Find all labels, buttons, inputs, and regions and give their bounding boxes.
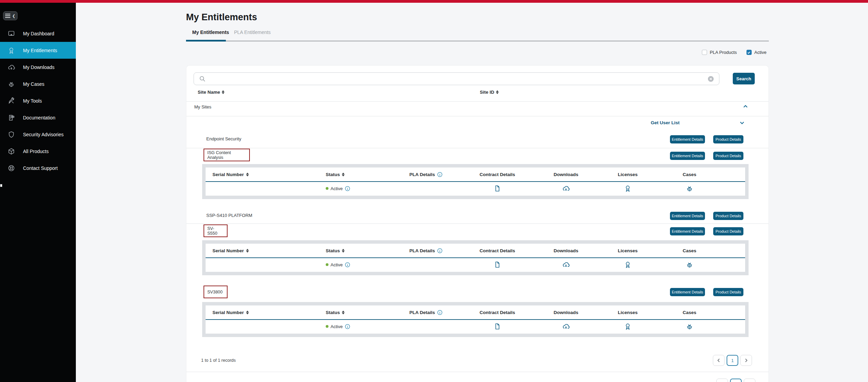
contract-details-icon[interactable]	[494, 261, 501, 268]
active-checkbox[interactable]	[747, 50, 752, 55]
entitlement-details-button[interactable]: Entitlement Details	[670, 152, 705, 160]
product-details-button[interactable]: Product Details	[713, 135, 743, 143]
pla-products-label: PLA Products	[710, 50, 737, 55]
downloads-icon[interactable]	[562, 261, 570, 268]
licenses-icon[interactable]	[624, 185, 632, 192]
sidebar-item-contact-support[interactable]: Contact Support	[0, 160, 76, 176]
serial-number-header[interactable]: Serial Number	[206, 248, 319, 253]
sort-icon	[246, 311, 249, 314]
sidebar-item-my-cases[interactable]: My Cases	[0, 76, 76, 92]
cases-icon[interactable]	[686, 323, 693, 330]
sidebar-item-label: My Cases	[23, 81, 44, 87]
pla-details-header: PLA Details	[391, 248, 461, 254]
cases-icon[interactable]	[686, 261, 693, 268]
product-details-button[interactable]: Product Details	[713, 227, 743, 235]
info-icon[interactable]	[345, 262, 350, 268]
cases-icon[interactable]	[686, 185, 693, 192]
info-icon[interactable]	[437, 172, 443, 177]
chevron-right-icon	[744, 358, 748, 362]
product-row-name: Endpoint Security	[206, 136, 241, 141]
status-active-dot	[326, 263, 328, 266]
licenses-icon[interactable]	[624, 261, 632, 268]
sidebar-item-label: My Dashboard	[23, 31, 54, 36]
entitlement-details-button[interactable]: Entitlement Details	[670, 212, 705, 220]
next-page-button-bottom[interactable]	[744, 379, 755, 382]
sidebar-item-my-dashboard[interactable]: My Dashboard	[0, 25, 76, 42]
sidebar-item-security-advisories[interactable]: Security Advisories	[0, 126, 76, 143]
status-header[interactable]: Status	[319, 172, 391, 177]
pla-products-checkbox[interactable]	[702, 50, 707, 55]
tools-icon	[8, 97, 15, 105]
chevron-left-icon	[717, 358, 721, 362]
sort-icon	[222, 90, 224, 94]
page-1-button[interactable]: 1	[727, 355, 738, 366]
search-button[interactable]: Search	[733, 73, 755, 84]
contract-details-header: Contract Details	[461, 248, 533, 253]
tab-my-entitlements[interactable]: My Entitlements	[192, 30, 229, 35]
bug-icon	[8, 80, 15, 88]
entitlement-details-button[interactable]: Entitlement Details	[670, 288, 705, 296]
sort-icon	[246, 249, 249, 253]
downloads-header: Downloads	[533, 172, 599, 177]
sort-icon	[246, 173, 249, 176]
divider	[186, 101, 768, 102]
contract-details-icon[interactable]	[494, 323, 501, 330]
sidebar-item-my-downloads[interactable]: My Downloads	[0, 59, 76, 76]
sidebar-collapse-button[interactable]: ❮	[3, 11, 18, 20]
licenses-icon[interactable]	[624, 323, 632, 330]
site-id-column-header[interactable]: Site ID	[480, 90, 499, 95]
cube-icon	[8, 148, 15, 155]
expand-chevron-down-icon[interactable]	[739, 120, 745, 126]
prev-page-button[interactable]	[713, 355, 725, 366]
next-page-button[interactable]	[740, 355, 752, 366]
info-icon[interactable]	[437, 310, 443, 315]
prev-page-button-bottom[interactable]	[716, 379, 728, 382]
my-sites-group-label: My Sites	[194, 104, 211, 109]
brand-top-bar	[0, 0, 868, 3]
contract-details-header: Contract Details	[461, 172, 533, 177]
cases-header: Cases	[657, 248, 722, 253]
product-details-button[interactable]: Product Details	[713, 212, 743, 220]
active-label: Active	[754, 50, 766, 55]
downloads-header: Downloads	[533, 248, 599, 253]
info-icon[interactable]	[345, 324, 350, 329]
sidebar-item-documentation[interactable]: Documentation	[0, 109, 76, 126]
sort-icon	[342, 311, 345, 314]
info-icon[interactable]	[437, 248, 443, 254]
status-header[interactable]: Status	[319, 248, 391, 253]
serial-row: Active	[206, 258, 745, 271]
serial-number-header[interactable]: Serial Number	[206, 172, 319, 177]
divider	[186, 372, 768, 372]
sort-icon	[496, 90, 499, 94]
clear-search-icon[interactable]	[707, 76, 714, 82]
sidebar-edge-handle[interactable]	[0, 184, 2, 187]
product-row-name-highlighted: ISG Content Analysis	[204, 149, 250, 161]
filter-row: PLA Products Active	[702, 50, 766, 55]
serials-table-header: Serial Number Status PLA Details Contrac…	[206, 244, 745, 258]
downloads-icon[interactable]	[562, 323, 570, 330]
status-header[interactable]: Status	[319, 310, 391, 315]
licenses-header: Licenses	[599, 310, 657, 315]
search-field-wrapper	[194, 72, 719, 85]
search-input[interactable]	[209, 76, 704, 82]
contract-details-icon[interactable]	[494, 185, 501, 192]
sidebar: ❮ My Dashboard My Entitlements My Downlo…	[0, 3, 76, 382]
tab-pla-entitlements[interactable]: PLA Entitlements	[234, 30, 271, 35]
entitlement-details-button[interactable]: Entitlement Details	[670, 227, 705, 235]
sidebar-item-my-tools[interactable]: My Tools	[0, 92, 76, 109]
get-user-list-link[interactable]: Get User List	[651, 120, 680, 125]
serial-number-header[interactable]: Serial Number	[206, 310, 319, 315]
product-details-button[interactable]: Product Details	[713, 288, 743, 296]
sidebar-item-all-products[interactable]: All Products	[0, 143, 76, 160]
site-name-column-header[interactable]: Site Name	[198, 90, 224, 95]
info-icon[interactable]	[345, 186, 350, 192]
sidebar-item-my-entitlements[interactable]: My Entitlements	[0, 42, 76, 59]
chevron-left-icon: ❮	[12, 14, 15, 18]
product-row-name-highlighted: SV3800	[204, 286, 228, 298]
downloads-icon[interactable]	[562, 185, 570, 192]
product-details-button[interactable]: Product Details	[713, 152, 743, 160]
page-1-button-bottom[interactable]: 1	[730, 379, 742, 382]
pla-details-header: PLA Details	[391, 172, 461, 177]
collapse-chevron-up-icon[interactable]	[742, 103, 749, 109]
entitlement-details-button[interactable]: Entitlement Details	[670, 135, 705, 143]
